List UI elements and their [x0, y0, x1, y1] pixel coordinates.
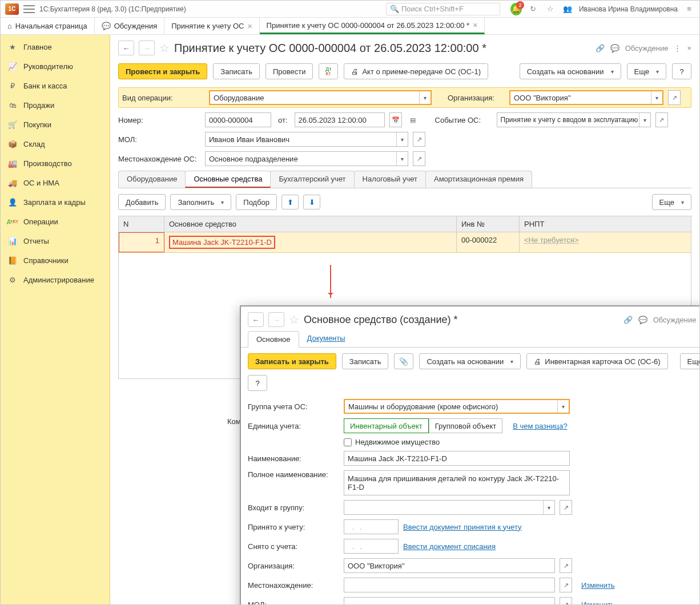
- window-menu-icon[interactable]: ≡: [683, 5, 695, 13]
- loc-change-link[interactable]: Изменить: [581, 581, 615, 590]
- print-act-button[interactable]: 🖨Акт о приеме-передаче ОС (ОС-1): [344, 63, 488, 79]
- sidebar-item-manager[interactable]: 📈Руководителю: [1, 57, 110, 76]
- dtkt-button[interactable]: ДтКт: [319, 63, 338, 79]
- add-button[interactable]: Добавить: [118, 194, 166, 210]
- op-type-select[interactable]: Оборудование ▾: [209, 90, 432, 105]
- link-icon[interactable]: 🔗: [623, 316, 633, 324]
- discuss-label[interactable]: Обсуждение: [653, 316, 697, 324]
- fullname-field[interactable]: Машина для пришивания деталей по контуру…: [344, 470, 570, 495]
- col-asset[interactable]: Основное средство: [164, 216, 457, 232]
- cell-asset[interactable]: Машина Jack JK-T2210-F1-D: [164, 232, 457, 252]
- favorite-icon[interactable]: ☆: [545, 3, 556, 15]
- attach-button[interactable]: 📎: [394, 353, 413, 369]
- help-button[interactable]: ?: [248, 375, 267, 391]
- notifications-icon[interactable]: 🔔 2: [510, 3, 522, 15]
- sidebar-item-purchases[interactable]: 🛒Покупки: [1, 115, 110, 134]
- discuss-icon[interactable]: 💬: [610, 44, 619, 53]
- org-select[interactable]: ООО "Виктория" ▾: [509, 90, 663, 105]
- nav-back-button[interactable]: ←: [118, 41, 134, 55]
- removed-date-field[interactable]: . .: [344, 539, 399, 554]
- sidebar-item-bank[interactable]: ₽Банк и касса: [1, 76, 110, 95]
- number-field[interactable]: 0000-000004: [205, 112, 271, 127]
- sidebar-item-sales[interactable]: 🛍Продажи: [1, 95, 110, 115]
- popup-loc-field[interactable]: [344, 578, 555, 592]
- tab-fixed-assets[interactable]: Основные средства: [185, 171, 271, 188]
- event-select[interactable]: Принятие к учету с вводом в эксплуатацию…: [497, 112, 651, 127]
- nav-forward-button[interactable]: →: [139, 41, 155, 55]
- close-icon[interactable]: ×: [473, 21, 477, 30]
- close-icon[interactable]: ×: [247, 22, 252, 31]
- cell-rnpt[interactable]: <Не требуется>: [520, 232, 691, 252]
- open-icon[interactable]: ↗: [668, 90, 681, 105]
- discuss-icon[interactable]: 💬: [638, 316, 647, 324]
- sidebar-item-hr[interactable]: 👤Зарплата и кадры: [1, 192, 110, 212]
- tab-discussions[interactable]: 💬 Обсуждения: [95, 18, 165, 34]
- print-card-button[interactable]: 🖨Инвентарная карточка ОС (ОС-6): [526, 353, 667, 369]
- open-icon[interactable]: ↗: [413, 132, 425, 147]
- create-based-button[interactable]: Создать на основании: [419, 353, 521, 369]
- sidebar-item-catalogs[interactable]: 📙Справочники: [1, 251, 110, 270]
- checkbox-input[interactable]: [344, 438, 352, 446]
- kebab-icon[interactable]: ⋮: [674, 44, 681, 53]
- chevron-down-icon[interactable]: ▾: [557, 400, 569, 413]
- unit-group-toggle[interactable]: Групповой объект: [429, 418, 502, 433]
- save-button[interactable]: Записать: [342, 353, 389, 369]
- menu-icon[interactable]: [23, 4, 35, 14]
- sidebar-item-reports[interactable]: 📊Отчеты: [1, 231, 110, 251]
- open-icon[interactable]: ↗: [560, 558, 572, 573]
- group-select[interactable]: Машины и оборудование (кроме офисного) ▾: [344, 399, 570, 414]
- nav-back-button[interactable]: ←: [248, 312, 264, 327]
- popup-tab-main[interactable]: Основное: [248, 331, 299, 348]
- chevron-down-icon[interactable]: ▾: [543, 501, 554, 514]
- realestate-checkbox[interactable]: Недвижимое имущество: [344, 438, 440, 446]
- unit-inventory-toggle[interactable]: Инвентарный объект: [344, 418, 429, 433]
- link-icon[interactable]: 🔗: [596, 44, 605, 53]
- ingroup-select[interactable]: ▾: [344, 500, 555, 515]
- more-button[interactable]: Еще: [627, 63, 666, 79]
- popup-mol-field[interactable]: [344, 597, 555, 604]
- rnpt-link[interactable]: <Не требуется>: [524, 236, 578, 244]
- sidebar-item-admin[interactable]: ⚙Администрирование: [1, 270, 110, 289]
- chevron-down-icon[interactable]: ▾: [651, 91, 662, 104]
- col-rnpt[interactable]: РНПТ: [520, 216, 691, 232]
- calendar-icon[interactable]: 📅: [389, 112, 402, 127]
- save-close-button[interactable]: Записать и закрыть: [248, 353, 336, 369]
- post-button[interactable]: Провести: [265, 63, 313, 79]
- user-icon[interactable]: 👥: [562, 3, 573, 15]
- nav-forward-button[interactable]: →: [268, 312, 284, 327]
- sidebar-item-operations[interactable]: ДтКтОперации: [1, 212, 110, 231]
- date-field[interactable]: 26.05.2023 12:00:00: [295, 112, 385, 127]
- chevron-down-icon[interactable]: ▾: [639, 113, 650, 127]
- list-icon[interactable]: ▤: [407, 112, 419, 127]
- popup-tab-docs[interactable]: Документы: [299, 330, 353, 347]
- chevron-down-icon[interactable]: ▾: [396, 132, 408, 146]
- removed-doc-link[interactable]: Ввести документ списания: [403, 542, 496, 551]
- open-icon[interactable]: ↗: [560, 578, 572, 592]
- tab-equipment[interactable]: Оборудование: [118, 171, 186, 188]
- tab-os-doc[interactable]: Принятие к учету ОС 0000-000004 от 26.05…: [260, 18, 485, 34]
- tab-accounting[interactable]: Бухгалтерский учет: [270, 171, 354, 188]
- post-close-button[interactable]: Провести и закрыть: [118, 63, 207, 79]
- history-icon[interactable]: ↻: [528, 3, 539, 15]
- open-icon[interactable]: ↗: [560, 597, 572, 604]
- more-button[interactable]: Еще: [652, 194, 691, 210]
- mol-select[interactable]: Иванов Иван Иванович ▾: [205, 132, 408, 147]
- unit-help-link[interactable]: В чем разница?: [513, 422, 567, 430]
- fill-button[interactable]: Заполнить: [170, 194, 231, 210]
- pick-button[interactable]: Подбор: [236, 194, 277, 210]
- tab-home[interactable]: ⌂ Начальная страница: [1, 18, 95, 34]
- name-field[interactable]: Машина Jack JK-T2210-F1-D: [344, 451, 570, 466]
- tab-premium[interactable]: Амортизационная премия: [425, 171, 532, 188]
- create-based-button[interactable]: Создать на основании: [520, 63, 621, 79]
- help-button[interactable]: ?: [672, 63, 691, 79]
- tab-os-list[interactable]: Принятие к учету ОС ×: [164, 18, 259, 34]
- open-icon[interactable]: ↗: [560, 500, 572, 515]
- chevron-down-icon[interactable]: ▾: [419, 91, 431, 104]
- chevron-down-icon[interactable]: ▾: [396, 152, 408, 166]
- sidebar-item-stock[interactable]: 📦Склад: [1, 134, 110, 154]
- open-icon[interactable]: ↗: [655, 112, 668, 127]
- col-inv[interactable]: Инв №: [457, 216, 520, 232]
- close-icon[interactable]: ×: [687, 44, 691, 53]
- tab-tax[interactable]: Налоговый учет: [354, 171, 426, 188]
- favorite-star-icon[interactable]: ☆: [159, 41, 170, 55]
